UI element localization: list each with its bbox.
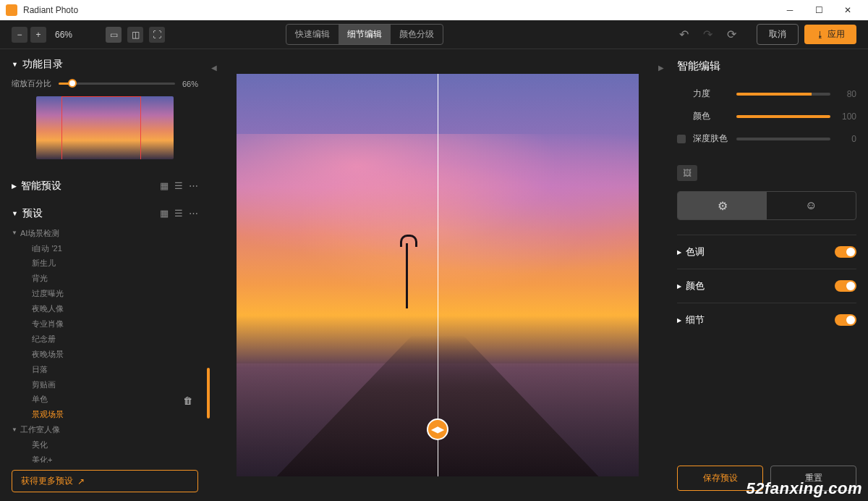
compare-split-line[interactable] (438, 74, 438, 476)
apply-button[interactable]: ⭳ 应用 (804, 25, 856, 44)
view-crop-button[interactable]: ⛶ (149, 27, 165, 43)
adjustment-value: 80 (838, 89, 856, 99)
chevron-down-icon: ▼ (12, 61, 18, 68)
image-mode-icon[interactable]: 🖼 (677, 165, 697, 181)
undo-button[interactable]: ↶ (679, 28, 689, 41)
tree-item[interactable]: 美化 (12, 437, 198, 452)
chevron-right-icon: ▶ (12, 182, 17, 190)
tree-item[interactable]: 夜晚人像 (12, 301, 198, 316)
tree-item[interactable]: 纪念册 (12, 332, 198, 347)
get-more-presets-button[interactable]: 获得更多预设 ↗ (12, 470, 198, 492)
chevron-right-icon: ▶ (677, 317, 681, 324)
smart-presets-header[interactable]: ▶智能预设 ▦ ☰ ⋯ (12, 180, 198, 193)
zoom-in-button[interactable]: + (30, 27, 46, 43)
accordion-row[interactable]: ▶颜色 (677, 269, 856, 303)
collapse-left-button[interactable]: ◀ (210, 49, 218, 85)
adjustment-row: 颜色100 (677, 110, 856, 122)
grid-view-icon[interactable]: ▦ (160, 180, 169, 191)
zoom-value: 66% (55, 30, 72, 40)
adjustment-label: 颜色 (693, 110, 729, 122)
maximize-button[interactable]: ☐ (804, 0, 833, 20)
tree-item[interactable]: 剪贴画 (12, 377, 198, 392)
collapse-right-button[interactable]: ▶ (657, 49, 665, 85)
tree-item[interactable]: 美化+ (12, 452, 198, 463)
watermark: 52fanxing.com (746, 479, 862, 498)
toolbar: − + 66% ▭ ◫ ⛶ 快速编辑 细节编辑 颜色分级 ↶ ↷ ⟳ 取消 ⭳ … (0, 20, 868, 49)
adjustment-slider[interactable] (736, 138, 830, 140)
more-icon[interactable]: ⋯ (189, 180, 198, 191)
zoom-out-button[interactable]: − (12, 27, 27, 43)
adjustment-row: 深度肤色0 (677, 132, 856, 145)
redo-button[interactable]: ↷ (703, 28, 712, 41)
adjustment-row: 力度80 (677, 88, 856, 100)
tree-item[interactable]: 专业肖像 (12, 316, 198, 332)
tool-tabs: ⚙ ☺ (677, 191, 856, 220)
compare-split-handle[interactable]: ◀▶ (427, 418, 448, 440)
tree-item[interactable]: 背光 (12, 271, 198, 286)
presets-title: 预设 (22, 207, 43, 220)
view-single-button[interactable]: ▭ (106, 27, 122, 43)
app-title: Radiant Photo (23, 5, 775, 15)
adjustment-label: 深度肤色 (693, 132, 729, 145)
zoom-slider-value: 66% (182, 80, 198, 88)
zoom-slider-label: 缩放百分比 (12, 78, 51, 89)
list-view-icon[interactable]: ☰ (174, 180, 183, 191)
smart-edit-title: 智能编辑 (677, 59, 856, 73)
minimize-button[interactable]: ─ (775, 0, 804, 20)
adjustment-slider[interactable] (736, 115, 830, 118)
tree-item[interactable]: 日落 (12, 362, 198, 377)
tree-group-studio[interactable]: ▼工作室人像 (12, 422, 198, 437)
apply-label: 应用 (827, 28, 845, 41)
delete-preset-icon[interactable]: 🗑 (183, 392, 192, 411)
tree-item[interactable]: 单色 (12, 392, 198, 407)
zoom-slider[interactable] (59, 83, 175, 85)
accordion-label: 细节 (686, 313, 705, 327)
accordion-row[interactable]: ▶细节 (677, 303, 856, 337)
accordion-label: 色调 (686, 245, 705, 258)
toggle-switch[interactable] (835, 314, 856, 326)
chevron-down-icon: ▼ (12, 210, 18, 217)
grid-view-icon[interactable]: ▦ (160, 208, 169, 219)
canvas-area: ◀▶ (218, 49, 657, 501)
tree-item[interactable]: 夜晚场景 (12, 347, 198, 362)
titlebar: Radiant Photo ─ ☐ ✕ (0, 0, 868, 20)
navigator-thumbnail[interactable] (36, 96, 174, 159)
tree-item[interactable]: 新生儿 (12, 256, 198, 271)
toggle-switch[interactable] (835, 280, 856, 292)
catalog-header[interactable]: ▼ 功能目录 (12, 58, 198, 71)
tree-item[interactable]: i自动 '21 (12, 241, 198, 256)
accordion-row[interactable]: ▶色调 (677, 235, 856, 269)
tab-quick-edit[interactable]: 快速编辑 (286, 25, 339, 44)
preset-tree: ▼AI场景检测 i自动 '21新生儿背光过度曝光夜晚人像专业肖像纪念册夜晚场景日… (12, 226, 198, 463)
view-mode-group: ▭ ◫ ⛶ (106, 27, 165, 43)
image-canvas[interactable]: ◀▶ (237, 74, 639, 476)
sliders-icon: ⚙ (718, 199, 728, 213)
cancel-button[interactable]: 取消 (757, 24, 799, 45)
toggle-switch[interactable] (835, 246, 856, 258)
tree-item[interactable]: 景观场景 (12, 407, 198, 422)
presets-header[interactable]: ▼预设 ▦ ☰ ⋯ (12, 207, 198, 220)
mode-row: 🖼 (677, 165, 856, 181)
left-panel: ▼ 功能目录 缩放百分比 66% ▶智能预设 ▦ ☰ ⋯ ▼预设 (0, 49, 210, 501)
view-split-button[interactable]: ◫ (127, 27, 143, 43)
more-icon[interactable]: ⋯ (189, 208, 198, 219)
list-view-icon[interactable]: ☰ (174, 208, 183, 219)
history-group: ↶ ↷ ⟳ (679, 28, 736, 41)
smart-presets-title: 智能预设 (21, 180, 61, 193)
tab-color-grading[interactable]: 颜色分级 (391, 25, 443, 44)
tab-detail-edit[interactable]: 细节编辑 (339, 25, 391, 44)
tree-group-ai-scene[interactable]: ▼AI场景检测 (12, 226, 198, 241)
tool-tab-adjustments[interactable]: ⚙ (678, 192, 767, 219)
portrait-icon: ☺ (805, 199, 817, 212)
reset-view-button[interactable]: ⟳ (727, 28, 736, 41)
scrollbar[interactable] (207, 368, 210, 418)
adjustment-slider[interactable] (736, 93, 830, 96)
tree-item[interactable]: 过度曝光 (12, 286, 198, 301)
close-button[interactable]: ✕ (833, 0, 862, 20)
catalog-title: 功能目录 (22, 58, 63, 71)
checkbox[interactable] (677, 135, 686, 143)
crop-rect-icon[interactable] (61, 96, 141, 159)
external-link-icon: ↗ (77, 476, 85, 487)
tool-tab-portrait[interactable]: ☺ (767, 192, 856, 219)
get-more-label: 获得更多预设 (21, 475, 73, 487)
